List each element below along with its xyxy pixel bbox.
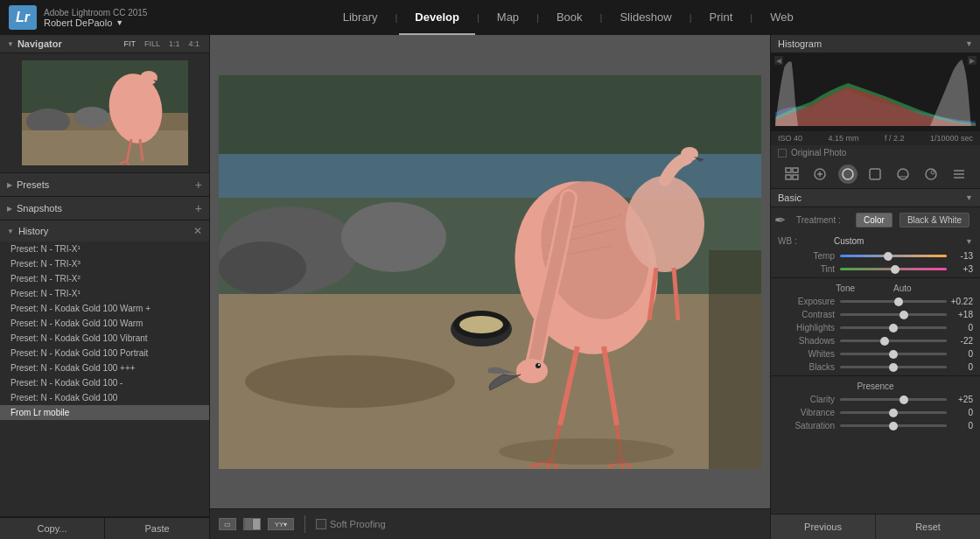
- basic-panel-header[interactable]: Basic ▼: [771, 188, 980, 207]
- reset-button[interactable]: Reset: [876, 514, 980, 539]
- auto-button[interactable]: Auto: [890, 284, 915, 293]
- tab-print[interactable]: Print: [694, 0, 749, 35]
- navigator-section: ▼ Navigator FIT FILL 1:1 4:1: [0, 35, 209, 173]
- clarity-slider[interactable]: [840, 398, 947, 401]
- view-mode-icon[interactable]: ▭: [219, 518, 236, 530]
- blacks-slider[interactable]: [840, 366, 947, 368]
- left-panel-bottom: Copy... Paste: [0, 517, 209, 539]
- tab-map[interactable]: Map: [481, 0, 535, 35]
- tint-slider[interactable]: [840, 268, 947, 270]
- soft-proof-checkbox[interactable]: [316, 519, 326, 529]
- history-item[interactable]: Preset: N - Kodak Gold 100: [0, 390, 209, 405]
- wb-value: Custom: [834, 236, 962, 246]
- highlight-clip-indicator[interactable]: ▶: [968, 56, 976, 65]
- history-item[interactable]: Preset: N - TRI-X²: [0, 271, 209, 286]
- history-list: Preset: N - TRI-X¹ Preset: N - TRI-X³ Pr…: [0, 242, 209, 516]
- crop-tool-icon[interactable]: [810, 164, 830, 184]
- svg-rect-49: [786, 175, 791, 179]
- brush-tool-icon[interactable]: [921, 164, 941, 184]
- tint-thumb[interactable]: [891, 265, 900, 274]
- contrast-slider[interactable]: [840, 313, 947, 316]
- presets-header[interactable]: ▶ Presets +: [0, 173, 209, 196]
- history-item-selected[interactable]: From Lr mobile: [0, 405, 209, 420]
- user-name[interactable]: Robert DePaolo ▼: [44, 18, 147, 28]
- exposure-thumb[interactable]: [894, 298, 903, 306]
- shadow-clip-indicator[interactable]: ◀: [774, 56, 783, 65]
- blacks-slider-row: Blacks 0: [771, 360, 980, 374]
- contrast-thumb[interactable]: [900, 311, 908, 319]
- history-item[interactable]: Preset: N - Kodak Gold 100 Vibrant: [0, 331, 209, 346]
- basic-panel-arrow: ▼: [965, 193, 973, 202]
- treatment-color-button[interactable]: Color: [856, 213, 892, 228]
- history-header[interactable]: ▼ History ✕: [0, 220, 209, 242]
- vibrance-thumb[interactable]: [889, 409, 898, 417]
- vibrance-slider-row: Vibrance 0: [771, 406, 980, 419]
- tab-develop[interactable]: Develop: [399, 0, 475, 35]
- color-compare-icon[interactable]: [243, 518, 261, 530]
- paste-button[interactable]: Paste: [105, 518, 209, 539]
- history-item[interactable]: Preset: N - TRI-X¹: [0, 286, 209, 301]
- tab-slideshow[interactable]: Slideshow: [604, 0, 687, 35]
- shadows-thumb[interactable]: [880, 337, 889, 346]
- temp-slider-row: Temp -13: [771, 249, 980, 262]
- history-item[interactable]: Preset: N - Kodak Gold 100 Portrait: [0, 346, 209, 360]
- grid-tool-icon[interactable]: [782, 164, 802, 184]
- snapshots-header[interactable]: ▶ Snapshots +: [0, 197, 209, 220]
- clarity-thumb[interactable]: [900, 396, 908, 404]
- exposure-slider[interactable]: [840, 300, 947, 303]
- nav-size-4-1[interactable]: 4:1: [186, 38, 202, 49]
- camera-info: ISO 40 4.15 mm f / 2.2 1/10000 sec: [771, 131, 980, 145]
- soft-proofing-toggle[interactable]: Soft Proofing: [316, 519, 386, 529]
- svg-point-28: [536, 363, 541, 368]
- history-item[interactable]: Preset: N - TRI-X³: [0, 256, 209, 271]
- history-item[interactable]: Preset: N - Kodak Gold 100 -: [0, 375, 209, 390]
- red-eye-icon[interactable]: [865, 164, 885, 184]
- history-item[interactable]: Preset: N - Kodak Gold 100 +++: [0, 360, 209, 375]
- tab-sep-3: |: [535, 0, 541, 35]
- add-preset-button[interactable]: +: [195, 178, 202, 192]
- history-label: History: [18, 226, 48, 236]
- clear-history-button[interactable]: ✕: [193, 225, 202, 237]
- wb-dropdown-arrow[interactable]: ▼: [965, 237, 973, 246]
- history-item[interactable]: Preset: N - TRI-X¹: [0, 242, 209, 256]
- blacks-thumb[interactable]: [889, 363, 898, 372]
- snapshots-title: ▶ Snapshots: [7, 203, 62, 214]
- tab-web[interactable]: Web: [754, 0, 809, 35]
- temp-slider[interactable]: [840, 255, 947, 257]
- highlights-thumb[interactable]: [889, 324, 898, 332]
- saturation-slider[interactable]: [840, 424, 947, 427]
- svg-point-21: [459, 316, 503, 333]
- whites-slider[interactable]: [840, 353, 947, 355]
- nav-size-1-1[interactable]: 1:1: [166, 38, 183, 49]
- history-item[interactable]: Preset: N - Kodak Gold 100 Warm +: [0, 301, 209, 316]
- original-photo-checkbox[interactable]: [778, 149, 787, 158]
- navigator-header[interactable]: ▼ Navigator FIT FILL 1:1 4:1: [0, 35, 209, 53]
- right-panel-bottom: Previous Reset: [771, 514, 980, 539]
- view-options-dropdown[interactable]: YY▾: [268, 518, 294, 530]
- copy-button[interactable]: Copy...: [0, 518, 105, 539]
- settings-menu-icon[interactable]: [949, 164, 969, 184]
- photo-area[interactable]: [210, 35, 770, 508]
- whites-thumb[interactable]: [889, 350, 898, 359]
- tab-book[interactable]: Book: [541, 0, 598, 35]
- saturation-value: 0: [947, 421, 973, 430]
- treatment-bw-button[interactable]: Black & White: [900, 213, 970, 228]
- add-snapshot-button[interactable]: +: [195, 201, 202, 215]
- svg-point-6: [140, 71, 158, 85]
- graduated-filter-icon[interactable]: [893, 164, 913, 184]
- nav-size-fit[interactable]: FIT: [121, 38, 138, 49]
- tab-library[interactable]: Library: [327, 0, 394, 35]
- vibrance-slider[interactable]: [840, 411, 947, 414]
- temp-thumb[interactable]: [884, 252, 892, 261]
- original-photo-label: Original Photo: [791, 148, 846, 158]
- saturation-thumb[interactable]: [889, 422, 898, 430]
- shadows-slider[interactable]: [840, 340, 947, 342]
- tab-sep-4: |: [598, 0, 605, 35]
- nav-size-fill[interactable]: FILL: [142, 38, 163, 49]
- previous-button[interactable]: Previous: [771, 514, 876, 539]
- spot-removal-icon[interactable]: [838, 164, 858, 184]
- histogram-header[interactable]: Histogram ▼: [771, 35, 980, 52]
- history-item[interactable]: Preset: N - Kodak Gold 100 Warm: [0, 316, 209, 331]
- highlights-slider[interactable]: [840, 326, 947, 329]
- eyedropper[interactable]: ✒: [774, 212, 786, 228]
